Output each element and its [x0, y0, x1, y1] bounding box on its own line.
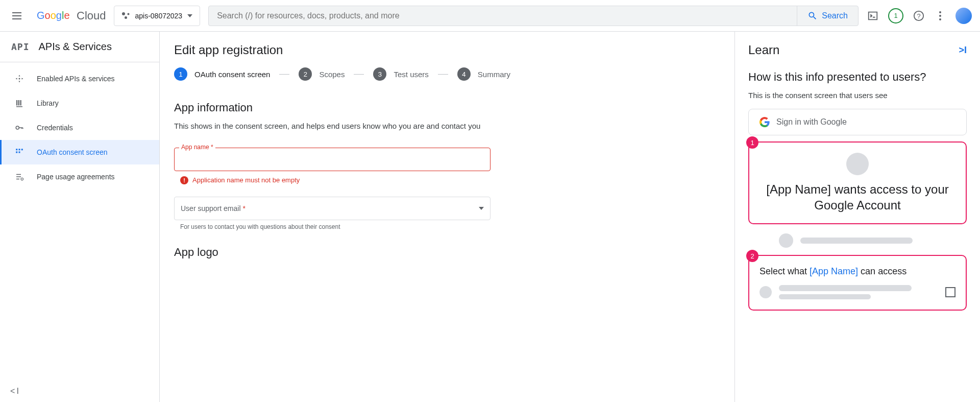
top-header: Google Cloud apis-08072023 Search 1 ? [0, 0, 980, 32]
consent-callout-1: 1 [App Name] wants access to your Google… [748, 141, 967, 224]
sidebar-item-label: Library [37, 99, 59, 107]
support-email-hint: For users to contact you with questions … [180, 223, 491, 230]
sidebar-item-enabled-apis[interactable]: Enabled APIs & services [0, 66, 159, 91]
step-number: 3 [373, 67, 386, 81]
help-icon[interactable]: ? [913, 10, 925, 22]
sidebar-footer: < I [0, 380, 159, 402]
project-selector[interactable]: apis-08072023 [114, 6, 200, 26]
step-label: Test users [394, 70, 428, 79]
collapse-learn-icon[interactable]: >I [959, 45, 967, 56]
learn-panel: Learn >I How is this info presented to u… [735, 32, 980, 402]
sidebar: API APIs & Services Enabled APIs & servi… [0, 32, 160, 402]
project-icon [121, 12, 130, 20]
credentials-icon [14, 123, 24, 133]
step-test-users[interactable]: 3 Test users [373, 67, 428, 81]
svg-text:Google: Google [37, 10, 70, 21]
consent-callout-2: 2 Select what [App Name] can access [748, 255, 967, 311]
step-number: 4 [457, 67, 471, 81]
sidebar-nav: Enabled APIs & services Library Credenti… [0, 62, 159, 380]
section-description: This shows in the consent screen, and he… [174, 121, 491, 132]
sidebar-item-library[interactable]: Library [0, 91, 159, 115]
more-options-icon[interactable] [934, 10, 946, 22]
search-button[interactable]: Search [797, 6, 858, 26]
support-email-select[interactable]: User support email * [174, 197, 491, 220]
skeleton-row [779, 233, 967, 248]
main-content: Edit app registration 1 OAuth consent sc… [160, 32, 735, 402]
sidebar-item-label: OAuth consent screen [37, 148, 108, 156]
error-text: Application name must not be empty [192, 176, 300, 184]
sidebar-item-label: Enabled APIs & services [37, 75, 115, 83]
step-summary[interactable]: 4 Summary [457, 67, 510, 81]
error-icon: ! [180, 176, 188, 184]
signin-preview-card: Sign in with Google [748, 109, 967, 135]
step-number: 2 [299, 67, 312, 81]
stepper: 1 OAuth consent screen 2 Scopes 3 Test u… [174, 67, 720, 81]
skeleton-circle-icon [779, 233, 793, 248]
chevron-down-icon [187, 14, 192, 17]
skeleton-bar-icon [779, 294, 871, 299]
sidebar-item-label: Page usage agreements [37, 173, 115, 181]
step-separator-icon [438, 74, 448, 75]
svg-point-7 [16, 126, 19, 129]
avatar-placeholder-icon [846, 153, 869, 175]
callout-text: [App Name] wants access to your Google A… [760, 181, 955, 213]
step-label: Scopes [319, 70, 345, 79]
scope-row [760, 285, 955, 299]
collapse-sidebar-icon[interactable]: < I [10, 387, 19, 395]
header-actions: 1 ? [867, 8, 972, 24]
app-name-error: ! Application name must not be empty [180, 176, 491, 184]
notification-count: 1 [894, 12, 897, 19]
svg-point-5 [939, 18, 941, 20]
step-label: OAuth consent screen [194, 70, 270, 79]
step-separator-icon [279, 74, 289, 75]
step-scopes[interactable]: 2 Scopes [299, 67, 345, 81]
notifications-badge[interactable]: 1 [888, 8, 903, 23]
google-logo-icon: Google [37, 10, 75, 22]
svg-rect-9 [19, 149, 20, 150]
skeleton-bar-icon [800, 238, 913, 244]
search-bar: Search [208, 6, 859, 26]
learn-title: Learn [748, 43, 779, 57]
svg-rect-10 [21, 149, 23, 150]
sidebar-item-page-usage[interactable]: Page usage agreements [0, 164, 159, 189]
svg-text:?: ? [917, 12, 920, 19]
project-name: apis-08072023 [135, 12, 182, 20]
callout-number: 1 [746, 136, 758, 149]
section-title: App information [174, 101, 720, 114]
google-g-icon [759, 116, 770, 128]
step-number: 1 [174, 67, 187, 81]
learn-description: This is the consent screen that users se… [748, 91, 967, 100]
step-separator-icon [354, 74, 364, 75]
cloud-shell-icon[interactable] [867, 10, 879, 22]
app-name-input[interactable] [174, 148, 491, 171]
page-usage-icon [14, 172, 24, 182]
google-cloud-logo[interactable]: Google Cloud [37, 9, 106, 22]
support-email-field: User support email * For users to contac… [174, 197, 491, 230]
library-icon [14, 98, 24, 108]
search-button-label: Search [822, 11, 848, 20]
skeleton-bar-icon [779, 285, 912, 291]
search-input[interactable] [209, 11, 797, 20]
sidebar-item-label: Credentials [37, 124, 73, 132]
svg-point-6 [19, 78, 20, 80]
sidebar-item-credentials[interactable]: Credentials [0, 115, 159, 140]
svg-rect-8 [16, 149, 17, 150]
page-title: Edit app registration [174, 43, 720, 57]
callout-number: 2 [746, 250, 758, 262]
chevron-down-icon [479, 207, 484, 210]
sidebar-header[interactable]: API APIs & Services [0, 32, 159, 62]
user-avatar[interactable] [955, 8, 972, 24]
hamburger-menu-icon[interactable] [8, 6, 29, 26]
enabled-apis-icon [14, 74, 24, 84]
checkbox-placeholder-icon [945, 287, 955, 297]
search-icon [807, 11, 818, 21]
step-oauth-consent[interactable]: 1 OAuth consent screen [174, 67, 270, 81]
svg-point-13 [21, 178, 23, 180]
sidebar-title: APIs & Services [39, 41, 112, 53]
cloud-text: Cloud [77, 9, 106, 22]
app-name-field: App name * ! Application name must not b… [174, 148, 491, 184]
sidebar-item-oauth-consent[interactable]: OAuth consent screen [0, 140, 159, 164]
learn-header: Learn >I [748, 43, 967, 57]
callout2-text: Select what [App Name] can access [760, 266, 955, 277]
svg-rect-11 [16, 152, 17, 153]
